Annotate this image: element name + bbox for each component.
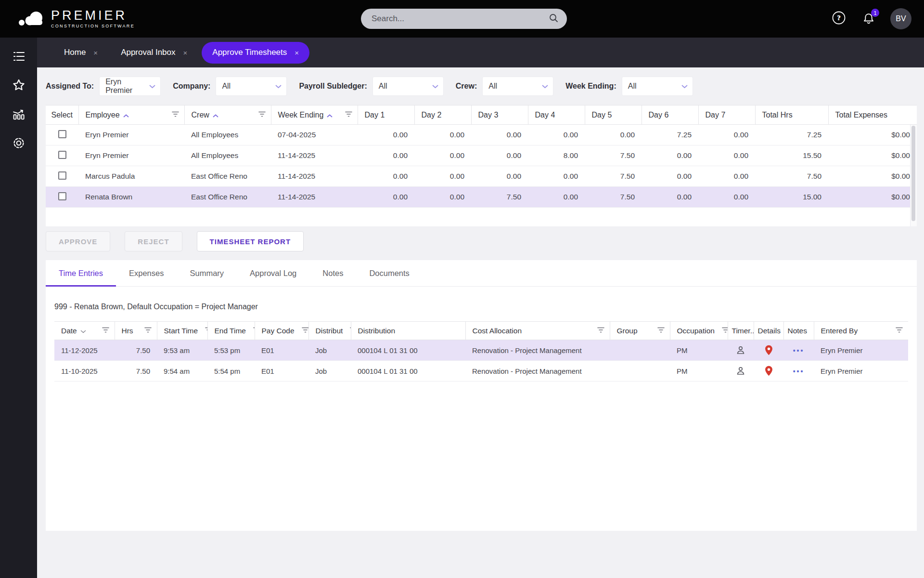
header-group[interactable]: Group bbox=[610, 322, 670, 340]
notification-badge: 1 bbox=[871, 9, 879, 17]
entered-by-cell: Eryn Premier bbox=[814, 340, 908, 361]
filter-icon[interactable] bbox=[301, 327, 308, 335]
detail-tab-documents[interactable]: Documents bbox=[356, 260, 422, 286]
distribut-cell: Job bbox=[308, 361, 351, 381]
details-pin-icon[interactable] bbox=[765, 345, 773, 355]
payroll-subledger-select[interactable]: All bbox=[372, 77, 444, 96]
notes-ellipsis-icon[interactable]: ••• bbox=[793, 347, 805, 355]
header-week-ending[interactable]: Week Ending bbox=[271, 105, 358, 125]
vertical-scrollbar[interactable] bbox=[910, 125, 917, 226]
crew-select[interactable]: All bbox=[482, 77, 553, 96]
reports-chart-icon[interactable] bbox=[10, 105, 28, 123]
header-pay-code[interactable]: Pay Code bbox=[255, 322, 308, 340]
reject-button[interactable]: REJECT bbox=[125, 231, 182, 251]
day5-cell: 7.50 bbox=[585, 145, 642, 166]
search-bar[interactable] bbox=[361, 9, 567, 29]
detail-tab-expenses[interactable]: Expenses bbox=[116, 260, 177, 286]
filter-icon[interactable] bbox=[102, 327, 110, 335]
row-select-checkbox[interactable] bbox=[58, 171, 66, 180]
assigned-to-select[interactable]: Eryn Premier bbox=[99, 77, 161, 96]
start-time-cell: 9:54 am bbox=[157, 361, 207, 381]
tab-label: Home bbox=[64, 48, 86, 57]
filter-icon[interactable] bbox=[597, 327, 605, 335]
timesheet-row[interactable]: Eryn Premier All Employees 07-04-2025 0.… bbox=[46, 125, 917, 145]
close-icon[interactable]: × bbox=[295, 49, 299, 57]
favorites-star-icon[interactable] bbox=[10, 76, 28, 94]
header-hrs[interactable]: Hrs bbox=[115, 322, 157, 340]
scrollbar-thumb[interactable] bbox=[911, 126, 915, 221]
filter-icon[interactable] bbox=[205, 327, 207, 335]
total-hrs-cell: 7.50 bbox=[755, 166, 828, 187]
notifications-bell-icon[interactable]: 1 bbox=[861, 12, 876, 26]
distribution-cell: 000104 L 01 31 00 bbox=[351, 340, 465, 361]
filter-icon[interactable] bbox=[258, 111, 266, 119]
assigned-to-label: Assigned To: bbox=[46, 82, 94, 91]
search-icon[interactable] bbox=[549, 13, 558, 25]
week-ending-select[interactable]: All bbox=[622, 77, 693, 96]
help-icon[interactable]: ? bbox=[831, 10, 847, 28]
notes-ellipsis-icon[interactable]: ••• bbox=[793, 368, 805, 375]
tab-approval-inbox[interactable]: Approval Inbox × bbox=[112, 38, 196, 67]
header-end-time[interactable]: End Time bbox=[207, 322, 255, 340]
week-ending-label: Week Ending: bbox=[565, 82, 616, 91]
day4-cell: 8.00 bbox=[528, 145, 585, 166]
occupation-cell: PM bbox=[670, 361, 728, 381]
settings-gear-icon[interactable] bbox=[10, 134, 28, 152]
header-crew[interactable]: Crew bbox=[184, 105, 271, 125]
employee-cell: Eryn Premier bbox=[78, 125, 184, 145]
detail-tab-time-entries[interactable]: Time Entries bbox=[46, 260, 116, 286]
header-distribut[interactable]: Distribut bbox=[308, 322, 351, 340]
total-expenses-cell: $0.00 bbox=[828, 187, 917, 208]
avatar[interactable]: BV bbox=[890, 8, 911, 29]
header-day1: Day 1 bbox=[358, 105, 414, 125]
row-select-checkbox[interactable] bbox=[58, 151, 66, 159]
row-select-checkbox[interactable] bbox=[58, 130, 66, 138]
header-occupation[interactable]: Occupation bbox=[670, 322, 728, 340]
header-timer: Timer... bbox=[728, 322, 754, 340]
timesheet-row[interactable]: Renata Brown East Office Reno 11-14-2025… bbox=[46, 187, 917, 208]
sort-asc-icon bbox=[213, 111, 218, 119]
filter-icon[interactable] bbox=[895, 327, 903, 335]
filter-icon[interactable] bbox=[721, 327, 728, 335]
time-entry-row[interactable]: 11-10-2025 7.50 9:54 am 5:54 pm E01 Job … bbox=[54, 361, 908, 381]
header-details: Details bbox=[754, 322, 783, 340]
assigned-to-value: Eryn Premier bbox=[105, 78, 149, 95]
details-pin-icon[interactable] bbox=[765, 366, 773, 376]
occupation-cell: PM bbox=[670, 340, 728, 361]
timesheet-table: Select Employee Crew Week Ending Day 1 D… bbox=[46, 105, 917, 208]
filter-icon[interactable] bbox=[144, 327, 152, 335]
tab-approve-timesheets[interactable]: Approve Timesheets × bbox=[202, 42, 309, 64]
tab-home[interactable]: Home × bbox=[55, 38, 106, 67]
total-hrs-cell: 15.50 bbox=[755, 145, 828, 166]
header-employee[interactable]: Employee bbox=[78, 105, 184, 125]
tab-label: Approve Timesheets bbox=[212, 48, 287, 57]
filter-icon[interactable] bbox=[657, 327, 665, 335]
day5-cell: 7.50 bbox=[585, 166, 642, 187]
timesheet-row[interactable]: Marcus Padula East Office Reno 11-14-202… bbox=[46, 166, 917, 187]
search-input[interactable] bbox=[372, 14, 549, 24]
timer-person-icon[interactable] bbox=[735, 345, 746, 355]
header-start-time[interactable]: Start Time bbox=[157, 322, 207, 340]
detail-tab-summary[interactable]: Summary bbox=[177, 260, 237, 286]
header-entered-by[interactable]: Entered By bbox=[814, 322, 908, 340]
close-icon[interactable]: × bbox=[183, 49, 188, 57]
header-date[interactable]: Date bbox=[54, 322, 115, 340]
detail-tab-approval-log[interactable]: Approval Log bbox=[237, 260, 309, 286]
week-ending-cell: 07-04-2025 bbox=[271, 125, 358, 145]
header-select: Select bbox=[46, 105, 78, 125]
filter-icon[interactable] bbox=[253, 327, 255, 335]
approve-button[interactable]: APPROVE bbox=[46, 231, 110, 251]
timesheet-row[interactable]: Eryn Premier All Employees 11-14-2025 0.… bbox=[46, 145, 917, 166]
detail-tab-notes[interactable]: Notes bbox=[309, 260, 356, 286]
group-cell bbox=[610, 361, 670, 381]
header-cost-allocation[interactable]: Cost Allocation bbox=[465, 322, 610, 340]
row-select-checkbox[interactable] bbox=[58, 192, 66, 200]
filter-icon[interactable] bbox=[171, 111, 180, 119]
timesheet-report-button[interactable]: TIMESHEET REPORT bbox=[197, 231, 304, 251]
close-icon[interactable]: × bbox=[93, 49, 98, 57]
menu-list-icon[interactable] bbox=[10, 47, 28, 66]
timer-person-icon[interactable] bbox=[735, 366, 746, 376]
filter-icon[interactable] bbox=[345, 111, 353, 119]
time-entry-row[interactable]: 11-12-2025 7.50 9:53 am 5:53 pm E01 Job … bbox=[54, 340, 908, 361]
company-select[interactable]: All bbox=[216, 77, 287, 96]
